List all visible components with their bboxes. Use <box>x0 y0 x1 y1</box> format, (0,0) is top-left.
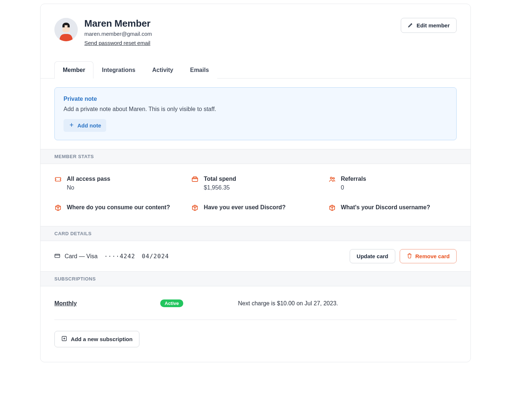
stat-value: No <box>67 184 110 191</box>
tab-member[interactable]: Member <box>54 61 93 79</box>
stat-used-discord: Have you ever used Discord? <box>191 203 319 213</box>
tab-emails[interactable]: Emails <box>182 61 218 79</box>
remove-card-button[interactable]: Remove card <box>400 249 457 263</box>
header: Maren Member maren.member@gmail.com Send… <box>41 4 470 54</box>
section-header-stats: MEMBER STATS <box>41 149 470 164</box>
remove-card-label: Remove card <box>415 253 450 259</box>
stat-label: All access pass <box>67 175 110 183</box>
private-note-title: Private note <box>64 96 447 102</box>
tab-integrations[interactable]: Integrations <box>93 61 144 79</box>
profile: Maren Member maren.member@gmail.com Send… <box>54 18 152 46</box>
users-icon <box>328 176 336 184</box>
plus-icon <box>69 122 74 129</box>
svg-point-2 <box>330 177 332 179</box>
svg-rect-4 <box>55 254 59 257</box>
member-card: Maren Member maren.member@gmail.com Send… <box>40 4 471 362</box>
edit-member-label: Edit member <box>416 22 450 28</box>
ticket-icon <box>54 176 62 184</box>
svg-rect-1 <box>192 178 198 182</box>
card-actions: Update card Remove card <box>350 249 457 263</box>
stat-label: Referrals <box>341 175 366 183</box>
stat-total-spend: Total spend $1,956.35 <box>191 175 319 191</box>
member-email: maren.member@gmail.com <box>84 31 152 37</box>
stat-referrals: Referrals 0 <box>328 175 457 191</box>
card-details-row: Card — Visa ····4242 04/2024 Update card… <box>41 241 470 271</box>
send-password-reset-link[interactable]: Send password reset email <box>84 40 150 46</box>
add-note-label: Add note <box>77 122 101 129</box>
stat-label: Have you ever used Discord? <box>204 203 285 211</box>
member-name: Maren Member <box>84 18 152 29</box>
status-badge: Active <box>160 299 183 307</box>
section-header-subs: SUBSCRIPTIONS <box>41 271 470 286</box>
section-header-card: CARD DETAILS <box>41 226 470 241</box>
subscription-name[interactable]: Monthly <box>54 300 149 307</box>
add-subscription-label: Add a new subscription <box>71 336 132 342</box>
card-icon <box>54 253 60 260</box>
card-text: Card — Visa <box>65 253 97 260</box>
cube-icon <box>54 204 62 213</box>
edit-member-button[interactable]: Edit member <box>401 18 457 33</box>
cube-icon <box>191 204 199 213</box>
next-charge: Next charge is $10.00 on Jul 27, 2023. <box>238 300 338 307</box>
add-note-button[interactable]: Add note <box>64 119 106 132</box>
stat-label: What's your Discord username? <box>341 203 430 211</box>
stat-value: $1,956.35 <box>204 184 236 191</box>
trash-icon <box>407 253 412 260</box>
profile-text: Maren Member maren.member@gmail.com Send… <box>84 18 152 46</box>
update-card-label: Update card <box>357 253 388 259</box>
add-square-icon <box>61 336 67 343</box>
private-note-box: Private note Add a private note about Ma… <box>54 87 457 140</box>
card-masked: ····4242 <box>104 253 135 260</box>
stat-label: Where do you consume our content? <box>67 203 170 211</box>
stat-consume-content: Where do you consume our content? <box>54 203 182 213</box>
stat-discord-username: What's your Discord username? <box>328 203 457 213</box>
update-card-button[interactable]: Update card <box>350 249 395 263</box>
private-note-desc: Add a private note about Maren. This is … <box>64 106 447 112</box>
stat-all-access-pass: All access pass No <box>54 175 182 191</box>
pencil-icon <box>408 22 414 29</box>
stat-label: Total spend <box>204 175 236 183</box>
card-expiry: 04/2024 <box>142 253 169 260</box>
stats-grid: All access pass No Total spend $1,956.35… <box>41 164 470 226</box>
add-subscription-button[interactable]: Add a new subscription <box>54 331 139 347</box>
avatar <box>54 18 78 41</box>
subscriptions: Monthly Active Next charge is $10.00 on … <box>41 286 470 362</box>
svg-point-3 <box>333 177 334 179</box>
tab-activity[interactable]: Activity <box>144 61 182 79</box>
stat-value: 0 <box>341 184 366 191</box>
cube-icon <box>328 204 336 213</box>
subscription-row: Monthly Active Next charge is $10.00 on … <box>54 299 457 320</box>
card-info: Card — Visa ····4242 04/2024 <box>54 253 169 260</box>
wallet-icon <box>191 176 199 184</box>
tabs: Member Integrations Activity Emails <box>41 61 470 79</box>
